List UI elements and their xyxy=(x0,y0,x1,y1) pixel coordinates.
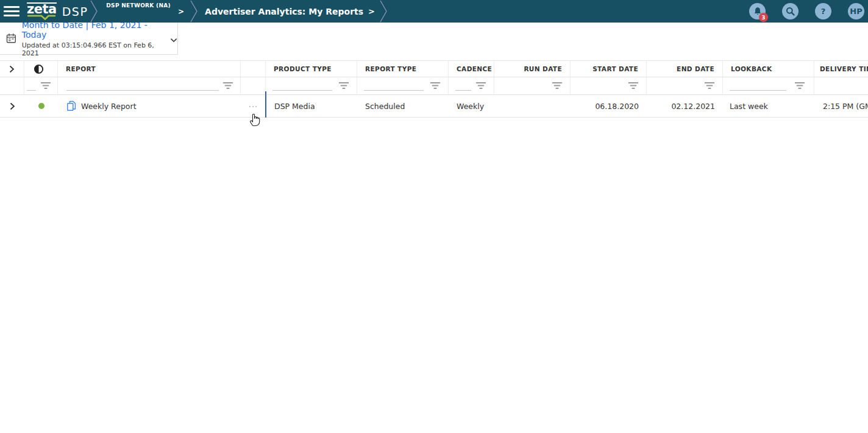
breadcrumb-page[interactable]: Advertiser Analytics: My Reports > xyxy=(200,7,377,16)
contrast-icon xyxy=(34,64,44,74)
filter-cell-product-type xyxy=(266,77,357,94)
column-header-cadence[interactable]: CADENCE xyxy=(449,61,494,77)
zeta-logo: zeta xyxy=(27,2,57,20)
status-column-header[interactable] xyxy=(24,61,58,77)
filter-cell-lookback xyxy=(723,77,814,94)
column-header-product-type[interactable]: PRODUCT TYPE xyxy=(266,61,357,77)
zeta-logo-text: zeta xyxy=(27,2,57,15)
zeta-swoosh-icon xyxy=(27,15,56,20)
row-product-type-cell: DSP Media xyxy=(266,95,357,117)
cadence-filter-input[interactable] xyxy=(455,82,471,91)
report-name[interactable]: Weekly Report xyxy=(81,102,137,111)
row-report-cell[interactable]: Weekly Report xyxy=(58,95,241,117)
notification-badge: 3 xyxy=(759,13,768,22)
search-icon xyxy=(786,7,795,16)
filter-cell-delivery-time xyxy=(814,77,868,94)
date-updated-label: Updated at 03:15:04.966 EST on Feb 6, 20… xyxy=(22,41,165,57)
breadcrumb-separator-icon xyxy=(89,0,99,23)
column-header-report-type[interactable]: REPORT TYPE xyxy=(357,61,449,77)
row-run-date-cell xyxy=(494,95,571,117)
row-end-date-cell: 02.12.2021 xyxy=(647,95,723,117)
table-filter-row xyxy=(0,77,868,95)
date-bar: Month to Date | Feb 1, 2021 - Today Upda… xyxy=(0,23,868,55)
filter-cell-end-date xyxy=(647,77,723,94)
reports-table: REPORT PRODUCT TYPE REPORT TYPE CADENCE … xyxy=(0,60,868,118)
expand-icon xyxy=(9,65,15,73)
top-header: zeta DSP DSP NETWORK (NA) > Advertiser A… xyxy=(0,0,868,23)
filter-cell-run-date xyxy=(494,77,571,94)
user-avatar[interactable]: HP xyxy=(848,3,864,19)
filter-cell-cadence xyxy=(449,77,494,94)
filter-icon[interactable] xyxy=(795,82,805,90)
column-header-end-date[interactable]: END DATE xyxy=(647,61,723,77)
date-range-selector[interactable]: Month to Date | Feb 1, 2021 - Today Upda… xyxy=(0,23,178,55)
table-row[interactable]: Weekly Report ... DSP Media Scheduled We… xyxy=(0,95,868,118)
row-lookback-cell: Last week xyxy=(723,95,814,117)
filter-cell-report-type xyxy=(357,77,449,94)
row-report-type-cell: Scheduled xyxy=(357,95,449,117)
lookback-filter-input[interactable] xyxy=(730,82,786,91)
breadcrumb-separator-icon xyxy=(189,0,199,23)
row-status-cell xyxy=(24,95,58,117)
breadcrumb-network-arrow: > xyxy=(178,7,184,16)
calendar-icon xyxy=(6,33,16,44)
breadcrumb-network[interactable]: DSP NETWORK (NA) > xyxy=(100,0,188,23)
filter-icon[interactable] xyxy=(552,82,562,90)
help-button[interactable]: ? xyxy=(815,3,831,19)
frozen-column-divider xyxy=(265,91,266,118)
status-active-dot xyxy=(38,103,44,109)
row-more-button[interactable]: ... xyxy=(241,95,266,117)
expand-icon xyxy=(10,102,15,110)
filter-cell-status xyxy=(24,77,58,94)
report-filter-input[interactable] xyxy=(66,82,219,91)
expand-all-header[interactable] xyxy=(0,61,24,77)
filter-icon[interactable] xyxy=(476,82,486,90)
row-cadence-cell: Weekly xyxy=(449,95,494,117)
filter-cell-start-date xyxy=(571,77,647,94)
date-range-text: Month to Date | Feb 1, 2021 - Today Upda… xyxy=(22,20,165,57)
more-icon[interactable]: ... xyxy=(249,100,258,113)
report-type-filter-input[interactable] xyxy=(364,82,424,91)
search-button[interactable] xyxy=(782,3,799,19)
breadcrumb-separator-icon xyxy=(379,0,388,23)
breadcrumb-page-arrow: > xyxy=(368,7,375,16)
row-expand-button[interactable] xyxy=(0,95,24,117)
column-header-start-date[interactable]: START DATE xyxy=(571,61,647,77)
chevron-down-icon xyxy=(170,38,177,43)
column-header-delivery-time[interactable]: DELIVERY TIME xyxy=(814,61,868,77)
notifications-button[interactable]: 3 xyxy=(749,3,766,19)
breadcrumb-network-label: DSP NETWORK (NA) xyxy=(106,2,171,9)
column-header-lookback[interactable]: LOOKBACK xyxy=(723,61,814,77)
copy-icon[interactable] xyxy=(66,100,76,111)
status-filter-input[interactable] xyxy=(27,82,36,91)
topbar-actions: 3 ? HP xyxy=(749,0,864,23)
row-delivery-time-cell: 2:15 PM (GMT xyxy=(814,95,868,117)
table-header-row: REPORT PRODUCT TYPE REPORT TYPE CADENCE … xyxy=(0,60,868,77)
date-range-label: Month to Date | Feb 1, 2021 - Today xyxy=(22,20,165,40)
column-header-report[interactable]: REPORT xyxy=(58,61,241,77)
menu-icon[interactable] xyxy=(4,6,20,16)
help-icon: ? xyxy=(821,7,826,16)
dsp-logo-text: DSP xyxy=(62,5,88,18)
column-header-actions xyxy=(241,61,266,77)
filter-icon[interactable] xyxy=(339,82,349,90)
product-type-filter-input[interactable] xyxy=(272,82,332,91)
filter-cell-actions xyxy=(241,77,266,94)
page-title: Advertiser Analytics: My Reports xyxy=(205,7,363,16)
zeta-dsp-logo[interactable]: zeta DSP xyxy=(27,2,88,20)
row-start-date-cell: 06.18.2020 xyxy=(571,95,647,117)
filter-icon[interactable] xyxy=(41,82,51,90)
filter-icon[interactable] xyxy=(705,82,714,90)
filter-icon[interactable] xyxy=(628,82,638,90)
avatar-initials: HP xyxy=(850,7,862,16)
filter-cell-report xyxy=(58,77,241,94)
filter-cell-expand xyxy=(0,77,24,94)
column-header-run-date[interactable]: RUN DATE xyxy=(494,61,571,77)
filter-icon[interactable] xyxy=(223,82,233,90)
filter-icon[interactable] xyxy=(430,82,440,90)
